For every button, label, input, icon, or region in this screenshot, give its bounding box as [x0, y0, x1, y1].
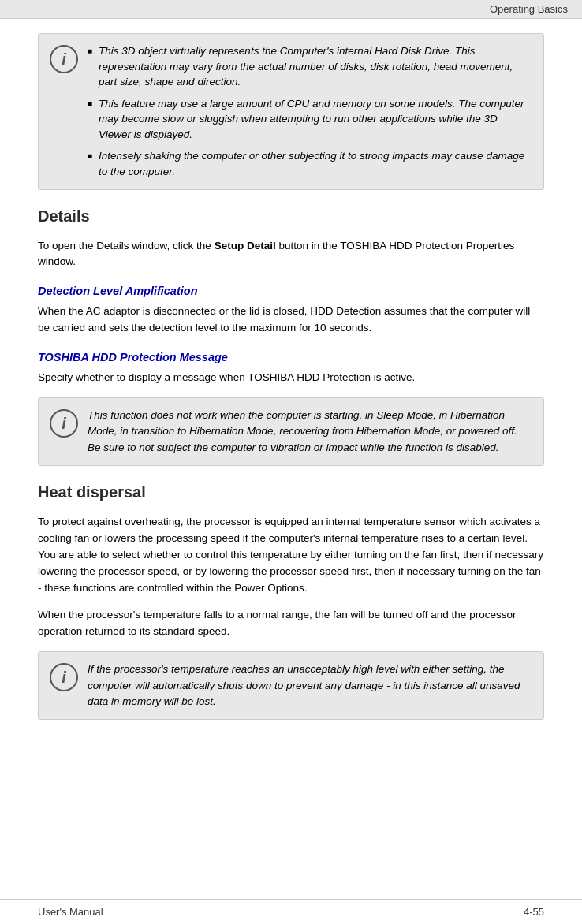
info-icon-top: i [50, 45, 78, 73]
info-box-bottom: i If the processor's temperature reaches… [38, 651, 544, 720]
footer-left: User's Manual [38, 906, 103, 918]
detection-level-body: When the AC adaptor is disconnected or t… [38, 304, 544, 337]
hdd-protection-body: Specify whether to display a message whe… [38, 370, 544, 386]
list-item: Intensely shaking the computer or other … [88, 148, 532, 179]
info-icon-bottom: i [50, 663, 78, 691]
heat-dispersal-para2: When the processor's temperature falls t… [38, 607, 544, 640]
details-section: Details To open the Details window, clic… [38, 207, 544, 466]
info-box-top-list: This 3D object virtually represents the … [88, 43, 532, 180]
page-content: i This 3D object virtually represents th… [0, 19, 582, 784]
list-item: This 3D object virtually represents the … [88, 43, 532, 90]
page-footer: User's Manual 4-55 [0, 899, 582, 924]
details-intro-para: To open the Details window, click the Se… [38, 238, 544, 271]
footer-right: 4-55 [524, 906, 544, 918]
header-label: Operating Basics [490, 3, 568, 15]
setup-detail-bold: Setup Detail [215, 240, 276, 251]
list-item: This feature may use a large amount of C… [88, 96, 532, 143]
heat-dispersal-heading: Heat dispersal [38, 483, 544, 501]
info-box-middle-content: This function does not work when the com… [88, 408, 532, 456]
page-header: Operating Basics [0, 0, 582, 19]
details-heading: Details [38, 207, 544, 225]
hdd-protection-heading: TOSHIBA HDD Protection Message [38, 351, 544, 363]
info-box-middle: i This function does not work when the c… [38, 397, 544, 466]
info-box-top-content: This 3D object virtually represents the … [88, 43, 532, 180]
heat-dispersal-section: Heat dispersal To protect against overhe… [38, 483, 544, 720]
detection-level-heading: Detection Level Amplification [38, 285, 544, 297]
info-box-bottom-content: If the processor's temperature reaches a… [88, 661, 532, 710]
heat-dispersal-para1: To protect against overheating, the proc… [38, 514, 544, 597]
info-icon-middle: i [50, 409, 78, 438]
info-box-top: i This 3D object virtually represents th… [38, 33, 544, 190]
